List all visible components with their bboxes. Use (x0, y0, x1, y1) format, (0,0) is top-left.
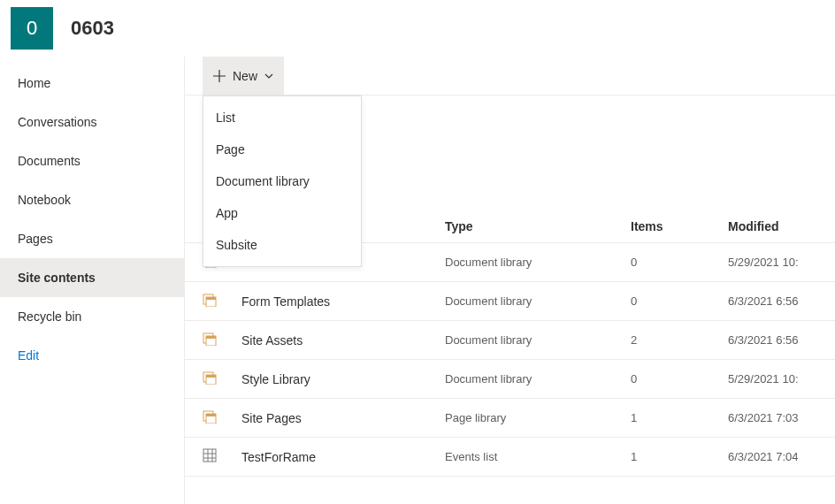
document-library-icon (185, 282, 234, 321)
row-items: 0 (624, 360, 721, 399)
dropdown-item-list[interactable]: List (203, 102, 361, 134)
svg-rect-8 (206, 336, 216, 339)
row-name[interactable]: Site Assets (234, 321, 438, 360)
sidebar-item-pages[interactable]: Pages (0, 219, 184, 258)
row-type: Document library (438, 243, 624, 282)
row-type: Page library (438, 399, 624, 438)
row-items: 2 (624, 321, 721, 360)
sidebar-item-site-contents[interactable]: Site contents (0, 258, 184, 297)
row-modified: 5/29/2021 10: (721, 360, 835, 399)
table-row[interactable]: Site PagesPage library16/3/2021 7:03 (185, 399, 835, 438)
row-type: Document library (438, 321, 624, 360)
new-dropdown-menu: List Page Document library App Subsite (203, 95, 362, 267)
new-button[interactable]: New (203, 57, 284, 95)
row-name[interactable]: Style Library (234, 360, 438, 399)
row-modified: 6/3/2021 6:56 (721, 321, 835, 360)
row-modified: 5/29/2021 10: (721, 243, 835, 282)
row-name[interactable]: TestForRame (234, 438, 438, 477)
sidebar-edit-link[interactable]: Edit (0, 336, 184, 375)
document-library-icon (185, 321, 234, 360)
row-modified: 6/3/2021 7:04 (721, 438, 835, 477)
table-row[interactable]: Form TemplatesDocument library06/3/2021 … (185, 282, 835, 321)
row-items: 0 (624, 243, 721, 282)
dropdown-item-subsite[interactable]: Subsite (203, 229, 361, 261)
sidebar-nav: Home Conversations Documents Notebook Pa… (0, 57, 185, 504)
main-content: New List Page Document library App Subsi… (185, 57, 835, 504)
sidebar-item-notebook[interactable]: Notebook (0, 180, 184, 219)
row-modified: 6/3/2021 7:03 (721, 399, 835, 438)
row-items: 0 (624, 282, 721, 321)
column-header-items[interactable]: Items (624, 210, 721, 243)
row-type: Events list (438, 438, 624, 477)
sidebar-item-recycle-bin[interactable]: Recycle bin (0, 297, 184, 336)
site-title: 0603 (71, 17, 114, 40)
column-header-modified[interactable]: Modified (721, 210, 835, 243)
sidebar-item-documents[interactable]: Documents (0, 141, 184, 180)
dropdown-item-app[interactable]: App (203, 197, 361, 229)
chevron-down-icon (264, 73, 273, 79)
table-row[interactable]: Style LibraryDocument library05/29/2021 … (185, 360, 835, 399)
row-items: 1 (624, 399, 721, 438)
row-items: 1 (624, 438, 721, 477)
svg-rect-5 (206, 297, 216, 300)
row-type: Document library (438, 282, 624, 321)
dropdown-item-document-library[interactable]: Document library (203, 165, 361, 197)
svg-rect-15 (203, 449, 216, 462)
plus-icon (213, 70, 226, 82)
command-bar: New (185, 57, 835, 95)
new-button-label: New (233, 69, 257, 83)
row-modified: 6/3/2021 6:56 (721, 282, 835, 321)
svg-rect-14 (206, 414, 216, 416)
site-logo: 0 (11, 7, 53, 50)
svg-rect-11 (206, 375, 216, 378)
list-icon (185, 438, 234, 477)
site-header: 0 0603 (0, 0, 835, 57)
document-library-icon (185, 399, 234, 438)
row-type: Document library (438, 360, 624, 399)
document-library-icon (185, 360, 234, 399)
sidebar-item-home[interactable]: Home (0, 64, 184, 103)
row-name[interactable]: Form Templates (234, 282, 438, 321)
table-row[interactable]: TestForRameEvents list16/3/2021 7:04 (185, 438, 835, 477)
table-row[interactable]: Site AssetsDocument library26/3/2021 6:5… (185, 321, 835, 360)
row-name[interactable]: Site Pages (234, 399, 438, 438)
column-header-type[interactable]: Type (438, 210, 624, 243)
dropdown-item-page[interactable]: Page (203, 134, 361, 165)
sidebar-item-conversations[interactable]: Conversations (0, 103, 184, 141)
